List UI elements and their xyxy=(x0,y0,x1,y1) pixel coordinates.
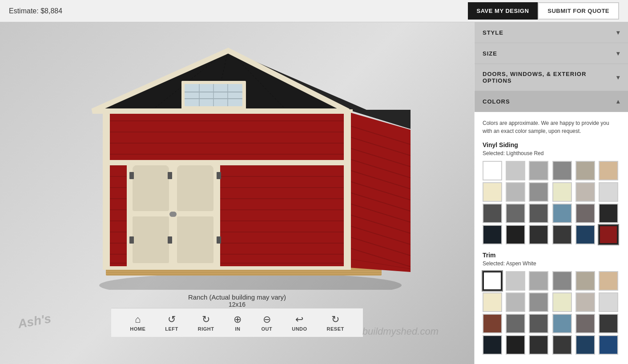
left-nav-button[interactable]: ↺ LEFT xyxy=(155,312,188,333)
accordion-doors[interactable]: DOORS, WINDOWS, & EXTERIOR OPTIONS ▾ xyxy=(475,64,628,91)
accordion-size[interactable]: SIZE ▾ xyxy=(475,43,628,64)
trim-swatch[interactable] xyxy=(529,292,548,312)
trim-swatch[interactable] xyxy=(552,292,572,312)
accordion-style-label: STYLE xyxy=(483,29,503,36)
home-nav-label: HOME xyxy=(130,326,145,332)
right-nav-button[interactable]: ↻ RIGHT xyxy=(188,312,224,333)
vinyl-siding-swatch[interactable] xyxy=(552,182,572,202)
trim-swatch[interactable] xyxy=(599,292,618,312)
vinyl-siding-swatch[interactable] xyxy=(506,161,525,180)
estimate-label: Estimate: $8,884 xyxy=(9,7,62,15)
reset-nav-button[interactable]: ↻ RESET xyxy=(317,312,354,333)
trim-swatch[interactable] xyxy=(483,335,502,355)
accordion-doors-label: DOORS, WINDOWS, & EXTERIOR OPTIONS xyxy=(483,71,616,84)
zoom-in-nav-label: IN xyxy=(235,326,240,332)
shed-3d-container xyxy=(64,32,411,290)
svg-rect-73 xyxy=(103,266,351,270)
trim-swatch[interactable] xyxy=(529,335,548,355)
sidebar: STYLE ▾ SIZE ▾ DOORS, WINDOWS, & EXTERIO… xyxy=(474,22,628,364)
trim-swatch[interactable] xyxy=(529,314,548,333)
top-buttons: SAVE MY DESIGN SUBMIT FOR QUOTE xyxy=(468,2,620,20)
save-design-button[interactable]: SAVE MY DESIGN xyxy=(468,2,538,20)
trim-swatch[interactable] xyxy=(529,271,548,291)
trim-swatch[interactable] xyxy=(576,314,595,333)
svg-rect-65 xyxy=(129,236,134,244)
svg-rect-66 xyxy=(168,172,172,179)
trim-swatch[interactable] xyxy=(576,335,595,355)
trim-selected: Selected: Aspen White xyxy=(483,260,620,267)
submit-quote-button[interactable]: SUBMIT FOR QUOTE xyxy=(538,2,619,20)
home-nav-button[interactable]: ⌂ HOME xyxy=(120,312,155,333)
vinyl-siding-swatch[interactable] xyxy=(506,225,525,244)
vinyl-siding-swatch[interactable] xyxy=(552,225,572,244)
vinyl-siding-swatch[interactable] xyxy=(599,161,618,180)
vinyl-siding-swatch[interactable] xyxy=(599,225,618,244)
top-bar: Estimate: $8,884 SAVE MY DESIGN SUBMIT F… xyxy=(0,0,628,22)
vinyl-siding-swatch[interactable] xyxy=(599,204,618,223)
shed-viewport: Ranch (Actual building may vary) 12x16 A… xyxy=(0,22,474,364)
svg-rect-64 xyxy=(129,172,134,179)
trim-swatch[interactable] xyxy=(506,335,525,355)
trim-swatch[interactable] xyxy=(599,271,618,291)
trim-swatch[interactable] xyxy=(552,335,572,355)
svg-rect-69 xyxy=(217,236,221,244)
trim-swatch[interactable] xyxy=(576,292,595,312)
vinyl-siding-swatch[interactable] xyxy=(599,182,618,202)
undo-nav-button[interactable]: ↩ UNDO xyxy=(282,312,317,333)
watermark-logo: Ash's xyxy=(17,312,52,332)
vinyl-siding-swatch[interactable] xyxy=(552,204,572,223)
trim-swatch[interactable] xyxy=(506,314,525,333)
trim-swatch[interactable] xyxy=(483,271,502,291)
main-layout: Ranch (Actual building may vary) 12x16 A… xyxy=(0,22,628,364)
vinyl-siding-swatch[interactable] xyxy=(552,161,572,180)
colors-description: Colors are approximate. We are happy to … xyxy=(483,119,620,135)
accordion-colors[interactable]: COLORS ▴ xyxy=(475,91,628,112)
chevron-down-icon: ▾ xyxy=(616,50,620,57)
shed-label: Ranch (Actual building may vary) 12x16 xyxy=(188,293,286,308)
nav-bar: ⌂ HOME ↺ LEFT ↻ RIGHT ⊕ IN ⊖ OUT ↩ UNDO xyxy=(111,308,363,337)
vinyl-siding-swatch[interactable] xyxy=(576,204,595,223)
svg-rect-34 xyxy=(103,109,110,269)
vinyl-siding-swatch[interactable] xyxy=(529,225,548,244)
trim-swatch[interactable] xyxy=(576,271,595,291)
trim-swatch[interactable] xyxy=(483,292,502,312)
chevron-down-icon: ▾ xyxy=(616,74,620,81)
vinyl-siding-swatch[interactable] xyxy=(506,182,525,202)
svg-point-71 xyxy=(171,212,177,217)
vinyl-siding-swatch[interactable] xyxy=(576,225,595,244)
right-rotate-icon: ↻ xyxy=(202,314,210,325)
zoom-out-nav-button[interactable]: ⊖ OUT xyxy=(251,312,282,333)
svg-rect-72 xyxy=(103,160,351,165)
vinyl-siding-selected: Selected: Lighthouse Red xyxy=(483,150,620,156)
trim-swatch[interactable] xyxy=(552,314,572,333)
svg-marker-5 xyxy=(348,112,411,272)
vinyl-siding-swatch[interactable] xyxy=(576,182,595,202)
vinyl-siding-swatch[interactable] xyxy=(483,161,502,180)
svg-rect-68 xyxy=(217,172,221,179)
vinyl-siding-swatch[interactable] xyxy=(483,225,502,244)
trim-swatch[interactable] xyxy=(552,271,572,291)
svg-rect-35 xyxy=(344,109,351,269)
accordion-colors-label: COLORS xyxy=(483,98,510,105)
zoom-in-nav-button[interactable]: ⊕ IN xyxy=(224,312,251,333)
vinyl-siding-swatch[interactable] xyxy=(529,204,548,223)
vinyl-siding-swatch[interactable] xyxy=(529,182,548,202)
accordion-style[interactable]: STYLE ▾ xyxy=(475,22,628,43)
trim-swatch[interactable] xyxy=(506,292,525,312)
vinyl-siding-swatch[interactable] xyxy=(506,204,525,223)
zoom-out-nav-label: OUT xyxy=(261,326,272,332)
right-nav-label: RIGHT xyxy=(198,326,214,332)
trim-swatch[interactable] xyxy=(599,335,618,355)
vinyl-siding-swatch[interactable] xyxy=(576,161,595,180)
vinyl-siding-swatch[interactable] xyxy=(529,161,548,180)
svg-rect-60 xyxy=(133,216,169,263)
vinyl-siding-swatch[interactable] xyxy=(483,204,502,223)
vinyl-siding-swatch[interactable] xyxy=(483,182,502,202)
trim-swatch[interactable] xyxy=(599,314,618,333)
trim-swatch[interactable] xyxy=(506,271,525,291)
shed-model-label: Ranch (Actual building may vary) xyxy=(188,293,286,301)
trim-title: Trim xyxy=(483,252,620,259)
svg-rect-63 xyxy=(177,216,213,263)
trim-swatch[interactable] xyxy=(483,314,502,333)
watermark-text: buildmyshed.com xyxy=(362,326,439,337)
